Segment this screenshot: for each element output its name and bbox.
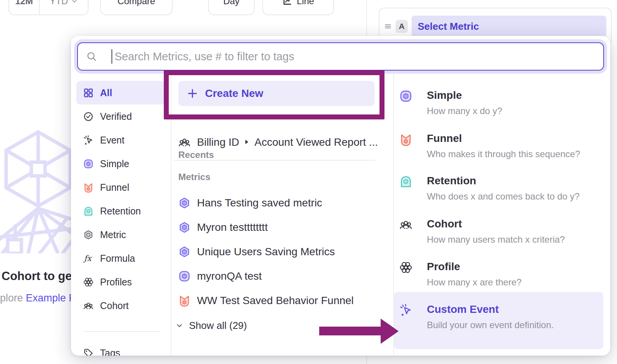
sidebar-item-event[interactable]: Event <box>76 128 165 152</box>
type-description: Who makes it through this sequence? <box>427 148 606 160</box>
funnel-icon <box>178 294 191 307</box>
metric-item-label: Hans Testing saved metric <box>197 197 322 209</box>
type-title: Custom Event <box>427 303 606 316</box>
cohort-icon <box>399 218 412 231</box>
cohort-icon <box>178 136 191 148</box>
retention-icon <box>83 206 94 216</box>
type-item-simple[interactable]: Simple How many x do y? <box>394 89 606 117</box>
type-item-profile[interactable]: Profile How many x are there? <box>394 260 606 288</box>
sidebar-item-all[interactable]: All <box>76 81 165 105</box>
type-description: Build your own event definition. <box>427 319 606 331</box>
sidebar-item-formula[interactable]: Formula <box>76 246 165 270</box>
show-all-button[interactable]: Show all (29) <box>175 316 247 335</box>
sidebar-item-label: Formula <box>100 253 135 264</box>
formula-icon <box>83 253 94 264</box>
type-description: How many users match x criteria? <box>427 234 606 245</box>
type-title: Simple <box>427 89 606 102</box>
range-12m-label: 12M <box>15 0 33 6</box>
metric-list-item[interactable]: myronQA test <box>178 264 262 288</box>
sidebar-item-label: Metric <box>100 229 126 240</box>
sidebar-item-label: Profiles <box>100 277 132 288</box>
sidebar-item-tags[interactable]: Tags <box>76 341 165 356</box>
sidebar-item-verified[interactable]: Verified <box>76 105 165 128</box>
simple-icon <box>83 159 94 169</box>
range-ytd-label: YTD <box>50 0 68 6</box>
metric-hexagon-icon <box>178 197 191 209</box>
metric-list-item[interactable]: WW Test Saved Behavior Funnel <box>178 289 354 312</box>
metrics-header: Metrics <box>178 172 210 182</box>
retention-icon <box>399 175 412 188</box>
type-item-funnel[interactable]: Funnel Who makes it through this sequenc… <box>394 132 606 160</box>
date-range-segmented-control[interactable]: 12M YTD <box>8 0 89 15</box>
search-input[interactable]: Search Metrics, use # to filter to tags <box>77 42 604 71</box>
event-cursor-icon <box>83 135 94 145</box>
drag-handle-icon[interactable] <box>384 23 392 30</box>
sidebar-item-retention[interactable]: Retention <box>76 199 165 223</box>
metric-hexagon-icon <box>178 221 191 234</box>
metric-item-label: WW Test Saved Behavior Funnel <box>197 295 354 307</box>
select-metric-button[interactable]: Select Metric <box>412 16 606 37</box>
type-title: Retention <box>427 174 606 187</box>
sidebar-item-cohort[interactable]: Cohort <box>76 294 165 317</box>
type-description: Who does x and comes back to do y? <box>427 191 606 202</box>
metric-hexagon-icon <box>178 246 191 258</box>
funnel-icon <box>399 133 412 147</box>
text-caret <box>111 49 112 64</box>
empty-state-subtext: plore Example R <box>0 292 72 304</box>
tag-icon <box>83 348 94 356</box>
sidebar-section-divider <box>83 331 160 332</box>
metric-list-item[interactable]: Unique Users Saving Metrics <box>178 240 335 264</box>
cohort-icon <box>83 301 94 311</box>
sidebar-item-simple[interactable]: Simple <box>76 152 165 176</box>
type-description: How many x are there? <box>427 277 606 288</box>
annotation-arrow-head <box>381 319 399 344</box>
metric-list-item[interactable]: Hans Testing saved metric <box>178 191 322 215</box>
metric-hexagon-icon <box>83 230 94 240</box>
range-ytd-button[interactable]: YTD <box>40 0 88 14</box>
sidebar-item-label: Event <box>100 135 124 146</box>
empty-state-subtext-fragment: plore <box>0 292 26 304</box>
sidebar-item-profiles[interactable]: Profiles <box>76 270 165 294</box>
metric-item-label: myronQA test <box>197 270 262 282</box>
sidebar-item-funnel[interactable]: Funnel <box>76 176 165 199</box>
sidebar-item-label: Simple <box>100 158 129 169</box>
recent-item[interactable]: Billing IDAccount Viewed Report ... <box>178 130 378 154</box>
recent-item-prefix: Billing ID <box>197 136 239 148</box>
metric-item-label: Unique Users Saving Metrics <box>197 246 335 258</box>
type-item-retention[interactable]: Retention Who does x and comes back to d… <box>394 174 606 202</box>
example-reports-link[interactable]: Example R <box>26 292 72 304</box>
type-title: Profile <box>427 260 606 273</box>
annotation-arrow <box>319 327 381 335</box>
search-placeholder: Search Metrics, use # to filter to tags <box>115 50 294 63</box>
line-chart-icon <box>282 0 292 6</box>
chart-type-button[interactable]: Line <box>262 0 334 15</box>
chart-type-label: Line <box>297 0 314 6</box>
type-item-cohort[interactable]: Cohort How many users match x criteria? <box>394 217 606 245</box>
annotation-box <box>164 70 384 119</box>
show-all-label: Show all (29) <box>189 320 247 332</box>
compare-button[interactable]: Compare <box>100 0 173 15</box>
type-title: Cohort <box>427 217 606 230</box>
empty-state: Cohort to ge plore Example R <box>0 267 72 317</box>
funnel-icon <box>83 182 94 193</box>
profiles-icon <box>399 261 412 274</box>
simple-icon <box>399 90 412 103</box>
select-metric-label: Select Metric <box>418 21 479 32</box>
custom-event-icon <box>399 304 412 317</box>
type-item-custom-event[interactable]: Custom Event Build your own event defini… <box>394 303 606 331</box>
metric-item-label: Myron testttttttt <box>197 221 268 234</box>
sidebar-item-metric[interactable]: Metric <box>76 223 165 246</box>
sidebar-item-label: All <box>100 87 112 98</box>
recents-divider <box>174 160 375 161</box>
range-12m-button[interactable]: 12M <box>9 0 40 14</box>
metric-list-item[interactable]: Myron testttttttt <box>178 216 268 239</box>
sidebar-item-label: Tags <box>100 348 120 356</box>
sidebar-item-label: Funnel <box>100 182 129 193</box>
app-screen: 12M YTD Compare Day Line Cohort to ge pl… <box>0 0 617 364</box>
search-icon <box>86 51 97 62</box>
recent-item-label: Billing IDAccount Viewed Report ... <box>197 136 378 148</box>
granularity-button[interactable]: Day <box>208 0 255 15</box>
type-description: How many x do y? <box>427 105 606 117</box>
type-title: Funnel <box>427 132 606 145</box>
verified-badge-icon <box>83 111 94 122</box>
